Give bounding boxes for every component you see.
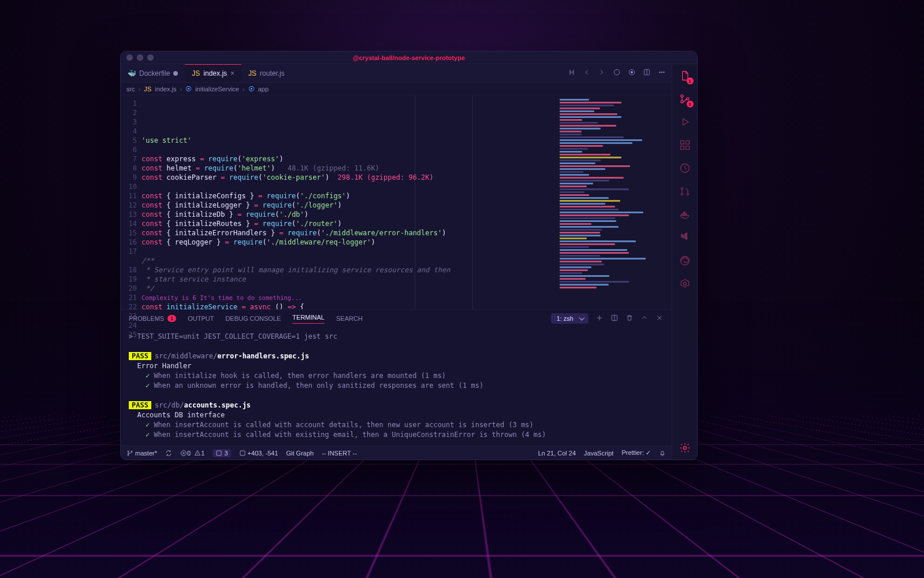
svg-point-10 [131,451,132,452]
code-content[interactable]: 'use strict'const express = require('exp… [141,95,556,309]
js-file-icon: JS [248,69,256,77]
code-line[interactable]: */ [141,284,556,293]
edge-icon[interactable] [678,254,692,268]
code-line[interactable] [141,182,556,191]
status-language[interactable]: JavaScript [584,450,613,457]
code-line[interactable] [141,247,556,256]
svg-point-14 [680,95,683,97]
panel-tab-search[interactable]: SEARCH [336,315,363,322]
ruler-guide [415,95,415,309]
panel-tab-output[interactable]: OUTPUT [188,315,214,322]
breadcrumb-part[interactable]: app [258,86,269,92]
line-gutter: 1234567891011121314151617181920212223242… [121,95,141,309]
status-sync[interactable] [165,450,172,457]
panel-tab-debug[interactable]: DEBUG CONSOLE [225,315,281,322]
symbol-icon: ⦿ [248,86,255,92]
vscode-window: @crystal-ball/node-service-prototype 🐳Do… [120,51,698,460]
minimap[interactable] [556,95,672,309]
docker-icon[interactable] [678,208,692,221]
code-editor[interactable]: 1234567891011121314151617181920212223242… [121,95,672,309]
debug-icon[interactable] [678,115,692,129]
explorer-badge: 1 [687,77,694,84]
js-file-icon: JS [192,69,200,77]
status-prettier[interactable]: Prettier: ✓ [621,449,651,457]
circle-icon[interactable] [613,68,621,78]
code-line[interactable]: * Service entry point will manage initia… [141,265,556,275]
extensions-icon[interactable] [678,138,692,152]
code-line[interactable]: const cookieParser = require('cookie-par… [141,173,556,182]
titlebar[interactable]: @crystal-ball/node-service-prototype [121,51,697,64]
radio-icon[interactable] [628,68,636,78]
breadcrumb-part[interactable]: initializeService [195,86,239,92]
explorer-icon[interactable]: 1 [678,69,692,83]
status-bar: master* 0 1 3 +403, -541 Git Graph -- IN… [121,446,672,460]
code-line[interactable]: const { initalizeErrorHandlers } = requi… [141,228,556,238]
settings-gear-icon[interactable] [678,441,692,455]
history-icon[interactable] [678,161,692,175]
kubernetes-icon[interactable] [678,277,692,291]
svg-point-22 [681,187,683,189]
terraform-icon[interactable] [678,231,692,244]
status-cursor[interactable]: Ln 21, Col 24 [538,450,576,457]
scm-icon[interactable]: 3 [678,92,692,106]
editor-actions [562,68,672,78]
breadcrumb[interactable]: src › JS index.js › ⦿ initializeService … [121,83,672,95]
status-problems[interactable]: 0 1 [180,450,204,457]
compare-icon[interactable] [568,68,576,78]
code-line[interactable]: const helmet = require('helmet') 48.1K (… [141,164,556,173]
svg-point-8 [128,451,129,452]
close-panel-icon[interactable] [655,314,664,323]
status-gitgraph[interactable]: Git Graph [286,450,314,457]
terminal-output[interactable]: > TEST_SUITE=unit JEST_COLLECT_COVERAGE=… [121,327,672,446]
code-line[interactable]: const { initializeLogger } = require('./… [141,201,556,210]
go-back-icon[interactable] [583,68,591,78]
codelens-hint[interactable]: Complexity is 6 It's time to do somethin… [141,293,556,302]
status-branch[interactable]: master* [126,450,157,457]
pr-icon[interactable] [678,184,692,198]
tab-label: Dockerfile [139,69,170,77]
editor-tab[interactable]: JSindex.js× [185,64,241,82]
svg-rect-28 [683,212,685,214]
svg-rect-18 [685,141,689,144]
bottom-panel: PROBLEMS 1 OUTPUT DEBUG CONSOLE TERMINAL… [121,309,672,446]
go-forward-icon[interactable] [598,68,606,78]
modified-dot-icon [173,71,178,76]
svg-rect-13 [240,451,245,455]
status-vim-mode: -- INSERT -- [322,450,357,457]
split-editor-icon[interactable] [643,68,651,78]
scm-badge: 3 [687,101,694,108]
panel-tab-terminal[interactable]: TERMINAL [292,314,325,324]
code-line[interactable]: const { reqLogger } = require('./middlew… [141,238,556,247]
panel-tabs: PROBLEMS 1 OUTPUT DEBUG CONSOLE TERMINAL… [121,310,672,327]
maximize-panel-icon[interactable] [640,314,649,323]
code-line[interactable]: const express = require('express') [141,154,556,164]
split-terminal-icon[interactable] [610,314,619,323]
breadcrumb-part[interactable]: src [126,86,135,92]
close-tab-icon[interactable]: × [230,69,234,77]
status-diff[interactable]: +403, -541 [239,450,278,457]
code-line[interactable]: * start service instance [141,275,556,284]
code-line[interactable]: const initializeService = async () => { [141,302,556,309]
editor-tab[interactable]: JSrouter.js [241,64,292,82]
code-line[interactable]: /** [141,256,556,265]
svg-rect-19 [680,146,684,150]
status-bell-icon[interactable] [659,450,666,457]
more-icon[interactable] [658,68,666,78]
terminal-selector[interactable]: 1: zsh [551,313,588,324]
svg-rect-12 [217,451,221,455]
breadcrumb-part[interactable]: index.js [155,86,176,92]
svg-point-23 [681,193,683,195]
traffic-lights[interactable] [126,54,154,61]
status-refs[interactable]: 3 [213,449,230,457]
new-terminal-icon[interactable] [595,314,603,323]
svg-point-31 [683,447,686,450]
code-line[interactable] [141,145,556,154]
trash-icon[interactable] [625,314,634,323]
tab-label: router.js [260,69,285,77]
code-line[interactable]: const { initializeConfigs } = require('.… [141,191,556,201]
code-line[interactable]: 'use strict' [141,136,556,145]
editor-tab[interactable]: 🐳Dockerfile [121,64,185,82]
svg-point-15 [680,101,683,103]
code-line[interactable]: const { initializeDb } = require('./db') [141,210,556,219]
code-line[interactable]: const { initializeRoutes } = require('./… [141,219,556,228]
